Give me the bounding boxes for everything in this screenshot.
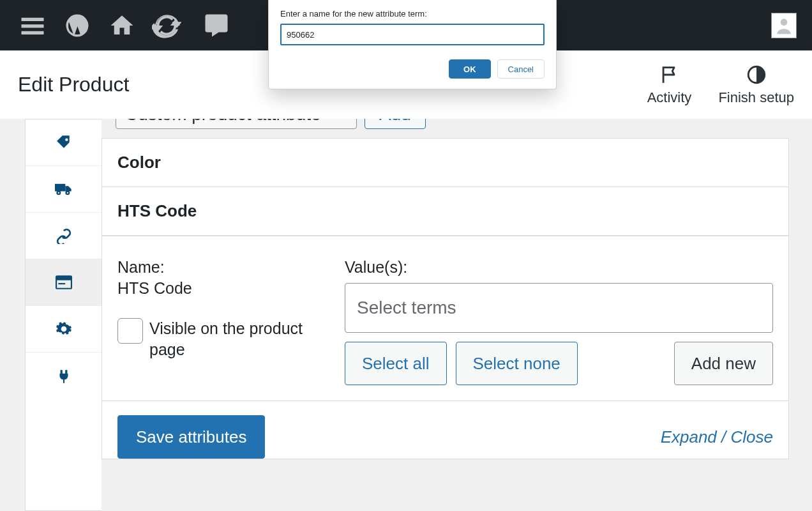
add-new-term-button[interactable]: Add new <box>674 342 773 385</box>
svg-rect-10 <box>58 283 65 284</box>
inventory-tab[interactable] <box>26 119 102 166</box>
gear-icon <box>56 321 72 337</box>
svg-rect-2 <box>22 31 44 34</box>
modal-prompt-label: Enter a name for the new attribute term: <box>280 9 545 19</box>
new-term-prompt-modal: Enter a name for the new attribute term:… <box>268 0 557 89</box>
activity-button[interactable]: Activity <box>647 64 692 106</box>
attribute-hts-header[interactable]: HTS Code <box>102 187 788 236</box>
select-none-button[interactable]: Select none <box>456 342 578 385</box>
tag-icon <box>56 134 72 151</box>
attribute-color-header[interactable]: Color <box>102 139 788 187</box>
close-link[interactable]: Close <box>731 427 773 446</box>
comment-icon[interactable] <box>194 0 239 50</box>
linked-tab[interactable] <box>26 213 102 259</box>
svg-point-6 <box>57 192 60 195</box>
expand-link[interactable]: Expand <box>661 427 717 446</box>
home-icon[interactable] <box>100 0 144 50</box>
svg-point-7 <box>66 192 69 195</box>
save-attributes-button[interactable]: Save attributes <box>117 415 265 459</box>
getmore-tab[interactable] <box>26 353 102 399</box>
attribute-hts-body: Name: HTS Code Visible on the product pa… <box>102 236 788 400</box>
visible-label: Visible on the product page <box>149 318 309 360</box>
shipping-tab[interactable] <box>26 166 102 213</box>
hamburger-menu-icon[interactable] <box>10 0 55 50</box>
truck-icon <box>55 182 73 196</box>
wordpress-icon[interactable] <box>55 0 100 50</box>
svg-rect-1 <box>22 24 44 27</box>
svg-rect-9 <box>56 276 71 280</box>
modal-cancel-button[interactable]: Cancel <box>497 59 545 79</box>
svg-point-3 <box>781 19 788 26</box>
user-avatar[interactable] <box>771 13 797 38</box>
activity-label: Activity <box>647 89 692 106</box>
progress-circle-icon <box>746 64 767 86</box>
flag-icon <box>659 64 680 86</box>
values-label: Value(s): <box>345 258 773 277</box>
expand-close-links: Expand / Close <box>661 427 773 447</box>
modal-ok-button[interactable]: OK <box>449 59 491 79</box>
svg-rect-5 <box>55 184 65 192</box>
terms-select[interactable]: Select terms <box>345 283 773 333</box>
attributes-panel: Custom product attribute Add Color HTS C… <box>102 119 789 511</box>
page-title: Edit Product <box>18 73 129 96</box>
refresh-icon[interactable] <box>144 0 189 50</box>
link-icon <box>56 227 72 244</box>
name-label: Name: <box>117 258 335 277</box>
advanced-tab[interactable] <box>26 306 102 353</box>
content-area: Custom product attribute Add Color HTS C… <box>0 119 812 511</box>
visible-checkbox[interactable] <box>117 318 143 344</box>
finish-setup-button[interactable]: Finish setup <box>718 64 794 106</box>
name-value: HTS Code <box>117 279 335 298</box>
product-data-tabs <box>25 119 102 511</box>
select-all-button[interactable]: Select all <box>345 342 447 385</box>
attributes-tab[interactable] <box>26 259 102 306</box>
svg-rect-0 <box>22 17 44 20</box>
terms-placeholder: Select terms <box>357 298 456 318</box>
plug-icon <box>56 368 72 385</box>
modal-term-input[interactable] <box>280 24 545 45</box>
panel-icon <box>56 275 72 289</box>
finish-setup-label: Finish setup <box>718 89 794 106</box>
